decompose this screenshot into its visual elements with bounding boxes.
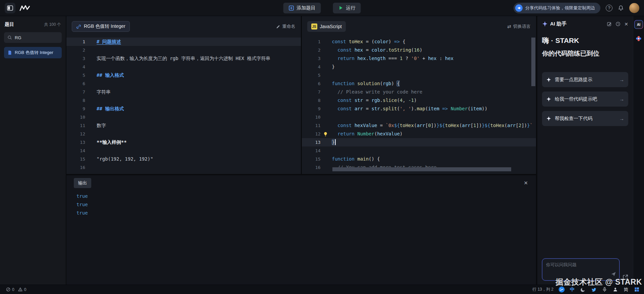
statusbar: 0 0 行 13，列 2 中 — [0, 285, 644, 294]
sidebar-toggle-button[interactable] — [5, 3, 15, 13]
code-line-4[interactable]: 4} — [302, 63, 536, 71]
document-icon — [7, 50, 12, 55]
code-panel: JS JavaScript ⇄ 切换语言 1const toHex = (col… — [302, 16, 536, 174]
language-chip[interactable]: JS JavaScript — [307, 21, 346, 32]
problem-line-13[interactable]: 13**输入样例** — [66, 138, 301, 146]
history-button[interactable] — [615, 21, 621, 26]
notifications-button[interactable] — [618, 5, 624, 11]
problems-indicator[interactable]: 0 0 — [4, 287, 26, 292]
ime-chinese-icon[interactable]: 中 — [569, 286, 576, 293]
problem-line-11[interactable]: 11数字 — [66, 121, 301, 130]
ai-suggestion-card-1[interactable]: 需要一点思路提示→ — [542, 72, 628, 87]
add-problem-button[interactable]: 添加题目 — [283, 3, 321, 13]
code-line-8[interactable]: 8 const str = rgb.slice(4, -1) — [302, 96, 536, 105]
code-line-3[interactable]: 3 return hex.length === 1 ? '0' + hex : … — [302, 54, 536, 63]
line-number: 11 — [66, 121, 85, 130]
help-button[interactable]: ? — [606, 5, 612, 11]
code-line-5[interactable]: 5 — [302, 71, 536, 79]
problem-line-8[interactable]: 8 — [66, 96, 301, 105]
line-content — [85, 113, 97, 121]
code-line-7[interactable]: 7 // Please write your code here — [302, 88, 536, 96]
voice-ime-icon[interactable] — [558, 286, 565, 293]
microphone-icon[interactable] — [601, 286, 608, 293]
switch-language-button[interactable]: ⇄ 切换语言 — [507, 23, 531, 30]
output-line: true — [76, 209, 536, 217]
code-line-14[interactable]: 14 — [302, 146, 536, 155]
line-number: 1 — [302, 38, 321, 46]
user-avatar[interactable] — [629, 3, 639, 13]
problem-line-6[interactable]: 6 — [66, 79, 301, 88]
output-line: true — [76, 192, 536, 200]
line-number: 8 — [302, 96, 321, 105]
sparkle-icon — [546, 116, 551, 121]
code-line-15[interactable]: 15function main() { — [302, 155, 536, 163]
ai-question-input[interactable] — [546, 262, 615, 273]
problem-line-2[interactable]: 2 — [66, 46, 301, 54]
problem-line-4[interactable]: 4 — [66, 63, 301, 71]
problem-line-15[interactable]: 15"rgb(192, 192, 192)" — [66, 155, 301, 163]
line-number: 7 — [66, 88, 85, 96]
line-number: 6 — [302, 79, 321, 88]
sidebar-item-problem[interactable]: RGB 色值转 Integer — [4, 47, 62, 58]
horizontal-scrollbar[interactable] — [332, 167, 511, 171]
close-ai-button[interactable]: ✕ — [624, 21, 628, 27]
ime-simplified-icon[interactable]: 简 — [623, 286, 629, 293]
promo-banner[interactable]: 分享代码练习体验，领限量定制周边 — [514, 3, 600, 13]
line-content — [85, 46, 97, 54]
line-number: 3 — [302, 54, 321, 63]
ai-suggestion-card-3[interactable]: 帮我检查一下代码→ — [542, 111, 628, 126]
code-line-1[interactable]: 1const toHex = (color) => { — [302, 38, 536, 46]
code-line-11[interactable]: 11 const hexValue = `0x${toHex(arr[0])}$… — [302, 121, 536, 130]
moon-icon[interactable] — [580, 286, 586, 293]
line-number: 11 — [302, 121, 321, 130]
problem-editor[interactable]: 1# 问题描述23实现一个函数，输入为长度为三的 rgb 字符串，返回为十六进制… — [66, 34, 301, 174]
problem-line-14[interactable]: 14 — [66, 146, 301, 155]
code-line-13[interactable]: 13} — [302, 138, 536, 146]
search-input[interactable] — [15, 35, 58, 40]
new-chat-button[interactable] — [607, 21, 612, 26]
topbar-actions: 添加题目 运行 — [283, 3, 361, 13]
problem-line-1[interactable]: 1# 问题描述 — [66, 38, 301, 46]
close-output-button[interactable]: ✕ — [524, 180, 528, 186]
vertical-scrollbar[interactable] — [531, 38, 535, 86]
ai-input-box[interactable] — [542, 258, 620, 281]
right-toolbar: AI — [633, 16, 644, 285]
app-grid-icon[interactable] — [633, 286, 640, 293]
output-tab[interactable]: 输出 — [74, 178, 91, 188]
ai-badge[interactable]: AI — [634, 20, 643, 29]
ai-suggestion-card-2[interactable]: 给我一些代码提示吧→ — [542, 92, 628, 107]
language-label: JavaScript — [320, 24, 342, 29]
search-box[interactable] — [4, 32, 62, 43]
problem-line-3[interactable]: 3实现一个函数，输入为长度为三的 rgb 字符串，返回为十六进制 HEX 格式字… — [66, 54, 301, 63]
cursor-position[interactable]: 行 13，列 2 — [532, 287, 553, 292]
lightbulb-icon[interactable] — [323, 131, 328, 138]
code-line-10[interactable]: 10 — [302, 113, 536, 121]
problem-line-10[interactable]: 10 — [66, 113, 301, 121]
run-button[interactable]: 运行 — [333, 3, 361, 13]
code-line-9[interactable]: 9 const arr = str.split(', ').map(item =… — [302, 105, 536, 113]
problem-line-5[interactable]: 5## 输入格式 — [66, 71, 301, 79]
javascript-icon: JS — [311, 23, 317, 30]
problem-line-12[interactable]: 12 — [66, 130, 301, 138]
flower-icon[interactable] — [636, 36, 642, 42]
rename-button[interactable]: 重命名 — [276, 23, 296, 30]
ai-header-actions: ✕ — [607, 21, 628, 27]
popout-button[interactable] — [623, 274, 628, 281]
line-content: const hexValue = `0x${toHex(arr[0])}${to… — [321, 121, 533, 130]
code-line-12[interactable]: 12 return Number(hexValue) — [302, 130, 536, 138]
person-icon[interactable] — [612, 286, 619, 293]
problem-line-7[interactable]: 7字符串 — [66, 88, 301, 96]
code-editor[interactable]: 1const toHex = (color) => {2 const hex =… — [302, 34, 536, 174]
line-number: 15 — [302, 155, 321, 163]
run-label: 运行 — [346, 5, 356, 11]
topbar-right: 分享代码练习体验，领限量定制周边 ? — [514, 3, 639, 13]
problem-line-16[interactable]: 16 — [66, 163, 301, 172]
send-icon[interactable] — [611, 271, 616, 278]
app-logo[interactable] — [19, 5, 30, 11]
output-line: true — [76, 200, 536, 209]
code-line-6[interactable]: 6function solution(rgb) { — [302, 79, 536, 88]
problem-title-chip[interactable]: RGB 色值转 Integer — [72, 21, 130, 32]
problem-line-9[interactable]: 9## 输出格式 — [66, 105, 301, 113]
bird-icon[interactable] — [590, 286, 597, 293]
code-line-2[interactable]: 2 const hex = color.toString(16) — [302, 46, 536, 54]
